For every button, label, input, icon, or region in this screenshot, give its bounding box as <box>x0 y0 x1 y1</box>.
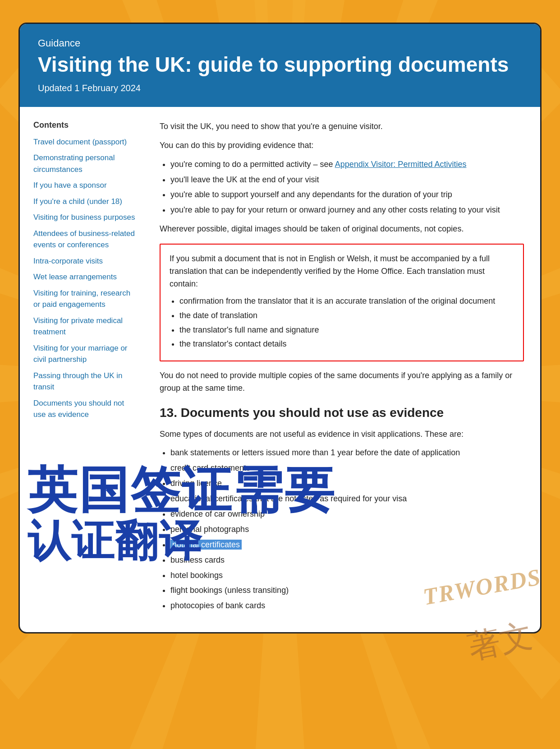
s13-item-business-cards: business cards <box>170 554 524 567</box>
guidance-label: Guidance <box>38 37 522 49</box>
sidebar-item-10[interactable]: Visiting for private medical treatment <box>33 315 137 338</box>
sidebar-item-7[interactable]: Intra-corporate visits <box>33 255 137 267</box>
evidence-list: you're coming to do a permitted activity… <box>170 158 524 217</box>
sidebar-item-9[interactable]: Visiting for training, research or paid … <box>33 287 137 310</box>
sidebar-item-11[interactable]: Visiting for your marriage or civil part… <box>33 342 137 365</box>
sidebar-item-12[interactable]: Passing through the UK in transit <box>33 370 137 393</box>
section-13-intro: Some types of documents are not useful a… <box>160 428 524 441</box>
s13-item-hotel-bookings: hotel bookings <box>170 569 524 582</box>
contents-list: Travel document (passport) Demonstrating… <box>33 136 137 421</box>
warning-bullet-4: the translator's contact details <box>179 338 514 351</box>
appendix-link[interactable]: Appendix Visitor: Permitted Activities <box>335 160 467 169</box>
sidebar-item-1[interactable]: Travel document (passport) <box>33 136 137 148</box>
s13-item-driving-licence: driving licence <box>170 477 524 490</box>
evidence-item-2: you'll leave the UK at the end of your v… <box>170 174 524 186</box>
sidebar-item-6[interactable]: Attendees of business-related events or … <box>33 228 137 251</box>
contents-heading: Contents <box>33 120 137 130</box>
sidebar-item-4[interactable]: If you're a child (under 18) <box>33 196 137 208</box>
warning-intro: If you submit a document that is not in … <box>170 253 514 291</box>
s13-item-bank-cards: photocopies of bank cards <box>170 600 524 612</box>
digital-images-note: Wherever possible, digital images should… <box>160 223 524 236</box>
header-section: Guidance Visiting the UK: guide to suppo… <box>20 24 540 107</box>
page-wrapper: .ray { fill: #f5b030; opacity: 0.5; } <box>5 9 555 749</box>
sidebar: Contents Travel document (passport) Demo… <box>20 120 146 619</box>
sidebar-item-3[interactable]: If you have a sponsor <box>33 180 137 191</box>
s13-item-notarial: notarial certificates <box>170 539 524 551</box>
multiple-copies-note: You do not need to provide multiple copi… <box>160 370 524 395</box>
notarial-highlight: notarial certificates <box>170 540 242 550</box>
main-content: To visit the UK, you need to show that y… <box>146 120 540 619</box>
sidebar-item-2[interactable]: Demonstrating personal circumstances <box>33 152 137 175</box>
section-13-list: bank statements or letters issued more t… <box>170 447 524 612</box>
sidebar-item-5[interactable]: Visiting for business purposes <box>33 212 137 223</box>
body-section: Contents Travel document (passport) Demo… <box>20 107 540 632</box>
evidence-item-3: you're able to support yourself and any … <box>170 189 524 201</box>
page-title: Visiting the UK: guide to supporting doc… <box>38 53 522 77</box>
s13-item-car-ownership: evidence of car ownership <box>170 508 524 521</box>
updated-date: Updated 1 February 2024 <box>38 83 522 93</box>
sidebar-item-13[interactable]: Documents you should not use as evidence <box>33 398 137 421</box>
sidebar-item-8[interactable]: Wet lease arrangements <box>33 271 137 283</box>
intro-para-2: You can do this by providing evidence th… <box>160 139 524 152</box>
warning-bullet-3: the translator's full name and signature <box>179 324 514 337</box>
warning-bullet-2: the date of translation <box>179 310 514 322</box>
s13-item-edu-certs: educational certificates that are not li… <box>170 493 524 505</box>
warning-bullets: confirmation from the translator that it… <box>179 295 514 351</box>
s13-item-photos: personal photographs <box>170 523 524 536</box>
section-13-heading: 13. Documents you should not use as evid… <box>160 403 524 422</box>
main-card: Guidance Visiting the UK: guide to suppo… <box>18 23 542 633</box>
s13-item-credit-card: credit card statements <box>170 462 524 475</box>
section-13: 13. Documents you should not use as evid… <box>160 403 524 612</box>
evidence-item-4: you're able to pay for your return or on… <box>170 204 524 217</box>
warning-bullet-1: confirmation from the translator that it… <box>179 295 514 308</box>
warning-box: If you submit a document that is not in … <box>160 244 524 361</box>
s13-item-flight-bookings: flight bookings (unless transiting) <box>170 584 524 597</box>
evidence-item-1: you're coming to do a permitted activity… <box>170 158 524 171</box>
s13-item-bank-statements: bank statements or letters issued more t… <box>170 447 524 459</box>
intro-para-1: To visit the UK, you need to show that y… <box>160 120 524 133</box>
